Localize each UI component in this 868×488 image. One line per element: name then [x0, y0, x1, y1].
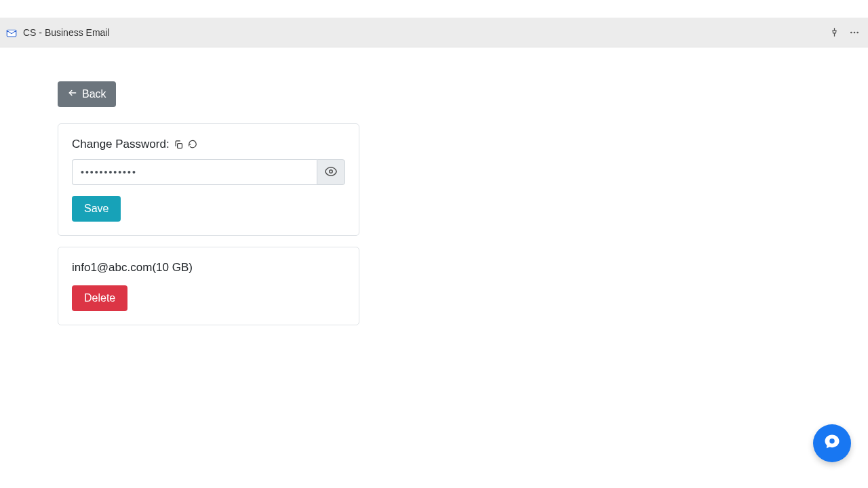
delete-button[interactable]: Delete	[72, 285, 127, 311]
svg-point-6	[829, 439, 834, 443]
svg-point-2	[856, 31, 859, 33]
topbar-spacer	[0, 0, 868, 18]
back-button[interactable]: Back	[58, 81, 116, 107]
account-card: info1@abc.com(10 GB) Delete	[58, 247, 359, 325]
chat-icon	[823, 432, 842, 454]
copy-icon[interactable]	[174, 140, 184, 150]
topbar: CS - Business Email	[0, 18, 868, 47]
password-input[interactable]	[72, 159, 317, 185]
toggle-visibility-button[interactable]	[317, 159, 345, 185]
topbar-title: CS - Business Email	[23, 27, 110, 38]
svg-rect-4	[177, 143, 182, 148]
mail-app-icon	[5, 26, 18, 39]
eye-icon	[325, 165, 337, 180]
content-area: Back Change Password:	[0, 47, 868, 325]
password-label: Change Password:	[72, 138, 170, 151]
topbar-right	[829, 27, 863, 38]
back-button-label: Back	[82, 88, 106, 100]
more-icon[interactable]	[849, 27, 860, 38]
svg-point-0	[850, 31, 852, 33]
svg-point-5	[330, 169, 333, 173]
change-password-card: Change Password:	[58, 123, 359, 236]
topbar-left: CS - Business Email	[5, 26, 829, 39]
save-button[interactable]: Save	[72, 196, 121, 222]
chat-fab[interactable]	[813, 424, 851, 462]
password-input-group	[72, 159, 345, 185]
account-email: info1@abc.com	[72, 261, 152, 274]
refresh-icon[interactable]	[188, 140, 197, 149]
account-size: (10 GB)	[152, 261, 193, 274]
account-info-line: info1@abc.com(10 GB)	[72, 261, 345, 274]
arrow-left-icon	[67, 88, 78, 100]
pin-icon[interactable]	[829, 27, 840, 37]
svg-point-1	[854, 31, 856, 33]
password-label-row: Change Password:	[72, 138, 345, 151]
